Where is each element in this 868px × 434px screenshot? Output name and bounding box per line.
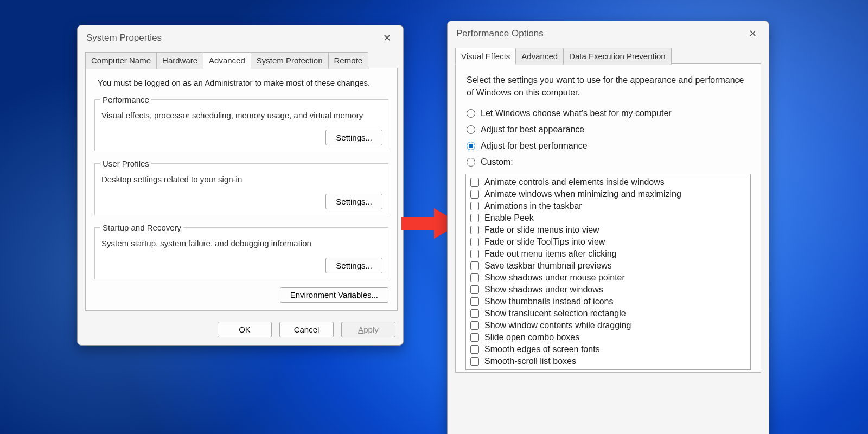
- checkbox-icon[interactable]: [470, 190, 479, 199]
- tab-computer-name[interactable]: Computer Name: [85, 52, 157, 69]
- checklist-label: Smooth-scroll list boxes: [484, 356, 576, 366]
- checklist-label: Fade or slide menus into view: [484, 225, 599, 235]
- checkbox-icon[interactable]: [470, 333, 479, 342]
- checklist-item[interactable]: Slide open combo boxes: [470, 331, 746, 343]
- tab-hardware[interactable]: Hardware: [156, 52, 203, 69]
- performance-legend: Performance: [100, 95, 151, 104]
- checkbox-icon[interactable]: [470, 250, 479, 258]
- admin-notice: You must be logged on as an Administrato…: [98, 78, 387, 87]
- titlebar: Performance Options ✕: [448, 21, 769, 44]
- tab-advanced[interactable]: Advanced: [203, 52, 251, 69]
- radio-label: Adjust for best appearance: [481, 125, 584, 135]
- checkbox-icon[interactable]: [470, 226, 479, 234]
- visual-effects-pane: Select the settings you want to use for …: [455, 64, 761, 373]
- checkbox-icon[interactable]: [470, 238, 479, 246]
- advanced-pane: You must be logged on as an Administrato…: [85, 68, 398, 311]
- tab-system-protection[interactable]: System Protection: [251, 52, 329, 69]
- radio-best-performance[interactable]: Adjust for best performance: [467, 141, 751, 151]
- checklist-item[interactable]: Smooth edges of screen fonts: [470, 343, 746, 355]
- radio-icon[interactable]: [467, 125, 475, 134]
- checklist-label: Animate controls and elements inside win…: [484, 177, 665, 187]
- checklist-label: Enable Peek: [484, 213, 534, 223]
- checklist-item[interactable]: Smooth-scroll list boxes: [470, 355, 746, 367]
- checklist-item[interactable]: Show shadows under mouse pointer: [470, 272, 746, 284]
- apply-button[interactable]: Apply: [341, 322, 395, 337]
- startup-recovery-settings-button[interactable]: Settings...: [326, 258, 382, 273]
- checkbox-icon[interactable]: [470, 309, 479, 318]
- startup-recovery-desc: System startup, system failure, and debu…: [101, 239, 381, 248]
- checklist-label: Slide open combo boxes: [484, 333, 579, 342]
- startup-recovery-group: Startup and Recovery System startup, sys…: [94, 223, 388, 279]
- user-profiles-legend: User Profiles: [100, 159, 151, 168]
- radio-label: Adjust for best performance: [481, 141, 588, 151]
- checklist-item[interactable]: Enable Peek: [470, 212, 746, 224]
- checklist-label: Smooth edges of screen fonts: [484, 344, 600, 354]
- system-properties-dialog: System Properties ✕ Computer Name Hardwa…: [77, 25, 404, 346]
- checklist-label: Show shadows under windows: [484, 285, 603, 295]
- checkbox-icon[interactable]: [470, 285, 479, 294]
- performance-group: Performance Visual effects, processor sc…: [94, 95, 388, 151]
- performance-desc: Visual effects, processor scheduling, me…: [101, 111, 381, 120]
- tab-advanced[interactable]: Advanced: [515, 48, 564, 65]
- tab-dep[interactable]: Data Execution Prevention: [563, 48, 672, 65]
- checklist-item[interactable]: Show thumbnails instead of icons: [470, 296, 746, 308]
- close-icon[interactable]: ✕: [744, 27, 761, 41]
- checkbox-icon[interactable]: [470, 261, 479, 270]
- checkbox-icon[interactable]: [470, 202, 479, 210]
- performance-options-dialog: Performance Options ✕ Visual Effects Adv…: [447, 21, 769, 434]
- radio-label: Let Windows choose what's best for my co…: [481, 108, 672, 118]
- close-icon[interactable]: ✕: [379, 31, 395, 45]
- checklist-item[interactable]: Fade out menu items after clicking: [470, 248, 746, 260]
- checklist-item[interactable]: Show window contents while dragging: [470, 320, 746, 331]
- checklist-label: Show window contents while dragging: [484, 321, 631, 330]
- checklist-item[interactable]: Animate controls and elements inside win…: [470, 176, 746, 188]
- radio-icon[interactable]: [467, 142, 475, 150]
- cancel-button[interactable]: Cancel: [279, 322, 334, 337]
- checklist-item[interactable]: Animations in the taskbar: [470, 200, 746, 212]
- checkbox-icon[interactable]: [470, 214, 479, 222]
- dialog-buttons: OK Cancel Apply: [78, 316, 403, 345]
- checkbox-icon[interactable]: [470, 321, 479, 330]
- checkbox-icon[interactable]: [470, 178, 479, 187]
- checklist-label: Show thumbnails instead of icons: [484, 297, 613, 307]
- performance-settings-button[interactable]: Settings...: [326, 130, 382, 145]
- checklist-item[interactable]: Fade or slide ToolTips into view: [470, 236, 746, 248]
- checklist-label: Fade or slide ToolTips into view: [484, 237, 605, 247]
- checklist-label: Animate windows when minimizing and maxi…: [484, 189, 681, 199]
- checkbox-icon[interactable]: [470, 273, 479, 282]
- sysprops-tabs: Computer Name Hardware Advanced System P…: [85, 52, 398, 68]
- radio-let-windows-choose[interactable]: Let Windows choose what's best for my co…: [467, 108, 751, 118]
- environment-variables-button[interactable]: Environment Variables...: [280, 287, 388, 303]
- checklist-label: Show translucent selection rectangle: [484, 309, 626, 318]
- checklist-label: Fade out menu items after clicking: [484, 249, 617, 259]
- checkbox-icon[interactable]: [470, 357, 479, 366]
- perfopts-tabs: Visual Effects Advanced Data Execution P…: [455, 47, 761, 64]
- startup-recovery-legend: Startup and Recovery: [100, 223, 183, 232]
- user-profiles-settings-button[interactable]: Settings...: [326, 194, 382, 209]
- tab-visual-effects[interactable]: Visual Effects: [455, 48, 516, 65]
- checklist-item[interactable]: Fade or slide menus into view: [470, 224, 746, 236]
- checkbox-icon[interactable]: [470, 345, 479, 354]
- radio-label: Custom:: [481, 157, 513, 167]
- checklist-item[interactable]: Save taskbar thumbnail previews: [470, 260, 746, 272]
- radio-best-appearance[interactable]: Adjust for best appearance: [467, 125, 751, 135]
- window-title: System Properties: [86, 33, 162, 43]
- checklist-item[interactable]: Show translucent selection rectangle: [470, 308, 746, 320]
- titlebar: System Properties ✕: [78, 25, 403, 48]
- checklist-label: Save taskbar thumbnail previews: [484, 261, 612, 271]
- radio-custom[interactable]: Custom:: [467, 157, 751, 167]
- checkbox-icon[interactable]: [470, 297, 479, 306]
- window-title: Performance Options: [456, 28, 544, 39]
- ok-button[interactable]: OK: [218, 322, 272, 337]
- radio-icon[interactable]: [467, 109, 475, 118]
- tab-remote[interactable]: Remote: [328, 52, 369, 69]
- user-profiles-desc: Desktop settings related to your sign-in: [101, 175, 381, 184]
- checklist-label: Animations in the taskbar: [484, 201, 582, 211]
- visual-effects-desc: Select the settings you want to use for …: [467, 74, 750, 99]
- radio-icon[interactable]: [467, 158, 475, 167]
- checklist-item[interactable]: Show shadows under windows: [470, 284, 746, 296]
- checklist-label: Show shadows under mouse pointer: [484, 273, 625, 283]
- user-profiles-group: User Profiles Desktop settings related t…: [94, 159, 388, 215]
- checklist-item[interactable]: Animate windows when minimizing and maxi…: [470, 188, 746, 200]
- visual-effects-checklist[interactable]: Animate controls and elements inside win…: [465, 174, 751, 370]
